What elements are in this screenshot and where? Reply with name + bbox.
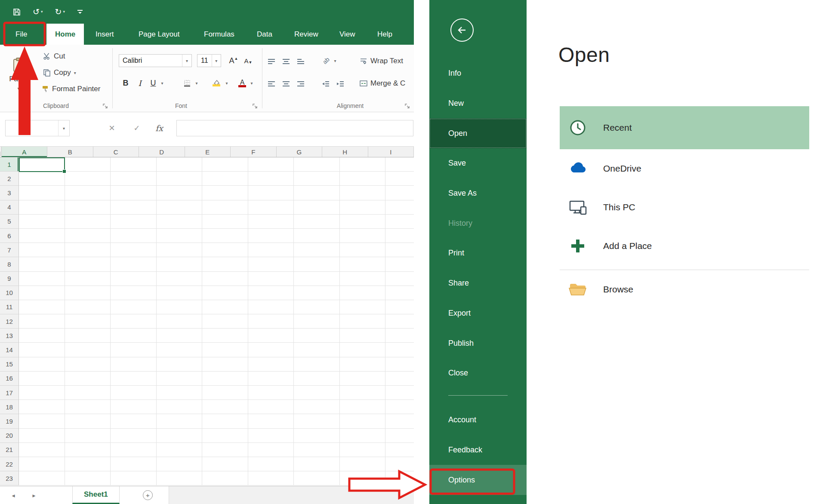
grid-cell-d12[interactable] — [157, 314, 203, 329]
grid-cell-e11[interactable] — [202, 300, 248, 314]
grid-cell-i3[interactable] — [385, 186, 414, 200]
grid-cell-f23[interactable] — [248, 471, 294, 486]
clipboard-dialog-launcher-icon[interactable] — [102, 103, 108, 109]
grid-cell-c17[interactable] — [111, 386, 157, 400]
decrease-font-size-icon[interactable]: A▼ — [242, 54, 255, 67]
grid-cell-d11[interactable] — [157, 300, 203, 314]
grid-cell-f11[interactable] — [248, 300, 294, 314]
grid-cell-a21[interactable] — [19, 443, 65, 457]
grid-cell-i7[interactable] — [385, 243, 414, 257]
grid-cell-h15[interactable] — [340, 357, 386, 372]
add-sheet-icon[interactable]: + — [143, 490, 153, 500]
format-painter-button[interactable]: Format Painter — [41, 85, 100, 93]
grid-cell-h1[interactable] — [340, 157, 386, 172]
align-bottom-icon[interactable] — [295, 55, 306, 68]
grid-cell-a13[interactable] — [19, 329, 65, 343]
grid-cell-h18[interactable] — [340, 400, 386, 414]
grid-cell-c22[interactable] — [111, 457, 157, 471]
grid-cell-a23[interactable] — [19, 471, 65, 486]
grid-cell-e1[interactable] — [202, 157, 248, 172]
grid-cell-e2[interactable] — [202, 172, 248, 186]
grid-cell-h21[interactable] — [340, 443, 386, 457]
paste-button[interactable]: Paste ▾ — [4, 48, 33, 100]
grid-cell-i13[interactable] — [385, 329, 414, 343]
grid-cell-h11[interactable] — [340, 300, 386, 314]
grid-cell-e17[interactable] — [202, 386, 248, 400]
grid-cell-c8[interactable] — [111, 257, 157, 271]
grid-cell-g20[interactable] — [294, 429, 340, 443]
merge-center-button[interactable]: Merge & C — [360, 79, 405, 88]
column-header-d[interactable]: D — [139, 147, 185, 157]
grid-cell-a20[interactable] — [19, 429, 65, 443]
grid-cell-g17[interactable] — [294, 386, 340, 400]
orientation-dropdown-icon[interactable]: ▾ — [332, 54, 338, 67]
grid-cell-c1[interactable] — [111, 157, 157, 172]
grid-cell-a7[interactable] — [19, 243, 65, 257]
grid-cell-h9[interactable] — [340, 272, 386, 286]
alignment-dialog-launcher-icon[interactable] — [404, 103, 410, 109]
grid-cell-i15[interactable] — [385, 357, 414, 372]
font-name-combo[interactable]: Calibri ▾ — [119, 54, 192, 67]
column-header-e[interactable]: E — [185, 147, 231, 157]
place-item-onedrive[interactable]: OneDrive — [560, 149, 809, 188]
grid-cell-i18[interactable] — [385, 400, 414, 414]
grid-cell-i16[interactable] — [385, 372, 414, 386]
grid-cell-h12[interactable] — [340, 314, 386, 329]
row-header-2[interactable]: 2 — [0, 172, 19, 186]
grid-cell-f7[interactable] — [248, 243, 294, 257]
row-header-8[interactable]: 8 — [0, 257, 19, 271]
save-icon[interactable] — [13, 8, 21, 16]
grid-cell-d8[interactable] — [157, 257, 203, 271]
backstage-item-options[interactable]: Options — [429, 465, 527, 495]
grid-cell-g11[interactable] — [294, 300, 340, 314]
ribbon-tab-page-layout[interactable]: Page Layout — [130, 24, 188, 45]
backstage-item-save-as[interactable]: Save As — [429, 178, 527, 209]
fill-color-dropdown-icon[interactable]: ▾ — [224, 77, 230, 89]
grid-cell-g3[interactable] — [294, 186, 340, 200]
grid-cell-g10[interactable] — [294, 286, 340, 300]
grid-cell-d5[interactable] — [157, 215, 203, 229]
grid-cell-d6[interactable] — [157, 229, 203, 243]
grid-cell-g18[interactable] — [294, 400, 340, 414]
grid-cell-c10[interactable] — [111, 286, 157, 300]
align-right-icon[interactable] — [295, 77, 306, 90]
grid-cell-d22[interactable] — [157, 457, 203, 471]
horizontal-scrollbar[interactable] — [169, 486, 414, 504]
grid-cell-g9[interactable] — [294, 272, 340, 286]
backstage-item-share[interactable]: Share — [429, 268, 527, 298]
grid-cell-e12[interactable] — [202, 314, 248, 329]
grid-cell-d18[interactable] — [157, 400, 203, 414]
copy-button[interactable]: Copy ▾ — [43, 68, 76, 77]
grid-cell-e9[interactable] — [202, 272, 248, 286]
grid-cell-i19[interactable] — [385, 414, 414, 428]
grid-cell-f18[interactable] — [248, 400, 294, 414]
grid-cell-f6[interactable] — [248, 229, 294, 243]
grid-cell-e7[interactable] — [202, 243, 248, 257]
sheet-next-icon[interactable]: ▸ — [28, 486, 40, 504]
grid-cell-b16[interactable] — [65, 372, 111, 386]
row-header-18[interactable]: 18 — [0, 400, 19, 414]
grid-cell-g4[interactable] — [294, 200, 340, 215]
fill-color-icon[interactable] — [210, 77, 223, 89]
ribbon-tab-file[interactable]: File — [7, 24, 36, 45]
grid-cell-h6[interactable] — [340, 229, 386, 243]
wrap-text-button[interactable]: Wrap Text — [360, 57, 403, 65]
grid-cell-e3[interactable] — [202, 186, 248, 200]
grid-cell-b5[interactable] — [65, 215, 111, 229]
row-header-12[interactable]: 12 — [0, 314, 19, 329]
grid-cell-f15[interactable] — [248, 357, 294, 372]
grid-cell-i10[interactable] — [385, 286, 414, 300]
grid-cell-b6[interactable] — [65, 229, 111, 243]
grid-cell-i23[interactable] — [385, 471, 414, 486]
grid-cell-b19[interactable] — [65, 414, 111, 428]
grid-cell-e23[interactable] — [202, 471, 248, 486]
grid-cell-i22[interactable] — [385, 457, 414, 471]
sheet-prev-icon[interactable]: ◂ — [7, 486, 20, 504]
grid-cell-h13[interactable] — [340, 329, 386, 343]
grid-cell-a4[interactable] — [19, 200, 65, 215]
grid-cell-a8[interactable] — [19, 257, 65, 271]
row-header-9[interactable]: 9 — [0, 272, 19, 286]
grid-cell-d13[interactable] — [157, 329, 203, 343]
grid-cell-c21[interactable] — [111, 443, 157, 457]
grid-cell-g7[interactable] — [294, 243, 340, 257]
